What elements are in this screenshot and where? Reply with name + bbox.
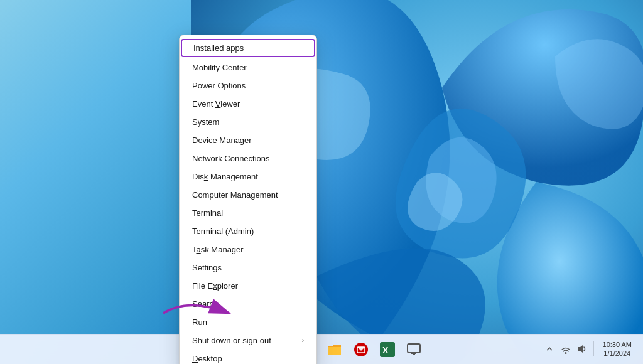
svg-marker-20 bbox=[578, 345, 583, 353]
mail-button[interactable] bbox=[349, 337, 374, 362]
network-tray-icon[interactable] bbox=[558, 341, 573, 356]
monitor-icon bbox=[406, 342, 421, 357]
excel-button[interactable]: X bbox=[375, 337, 400, 362]
menu-item-device-manager[interactable]: Device Manager bbox=[180, 131, 316, 149]
folder-icon bbox=[327, 343, 342, 356]
wifi-icon bbox=[561, 344, 571, 354]
menu-item-terminal[interactable]: Terminal bbox=[180, 204, 316, 222]
mail-icon bbox=[354, 342, 369, 357]
menu-item-file-explorer[interactable]: File Explorer bbox=[180, 277, 316, 295]
menu-item-terminal-admin[interactable]: Terminal (Admin) bbox=[180, 222, 316, 240]
menu-item-settings[interactable]: Settings bbox=[180, 259, 316, 277]
clock-time: 10:30 AM bbox=[603, 340, 632, 349]
taskbar-tray: 10:30 AM 1/1/2024 bbox=[542, 334, 637, 364]
menu-item-desktop[interactable]: Desktop bbox=[180, 350, 316, 364]
system-clock[interactable]: 10:30 AM 1/1/2024 bbox=[598, 340, 637, 358]
excel-icon: X bbox=[380, 342, 395, 357]
menu-item-network-connections[interactable]: Network Connections bbox=[180, 149, 316, 168]
clock-date: 1/1/2024 bbox=[603, 349, 632, 358]
menu-item-disk-management[interactable]: Disk Management bbox=[180, 168, 316, 186]
chevron-up-icon bbox=[546, 345, 553, 353]
menu-item-system[interactable]: System bbox=[180, 113, 316, 131]
tray-chevron[interactable] bbox=[542, 341, 557, 356]
file-explorer-button[interactable] bbox=[322, 337, 347, 362]
svg-text:X: X bbox=[382, 345, 389, 355]
submenu-arrow-icon: › bbox=[302, 337, 304, 344]
svg-rect-16 bbox=[408, 344, 420, 353]
menu-item-task-manager[interactable]: Task Manager bbox=[180, 240, 316, 259]
annotation-arrow bbox=[157, 294, 239, 329]
svg-point-19 bbox=[565, 352, 566, 354]
svg-rect-18 bbox=[413, 354, 415, 355]
monitor-button[interactable] bbox=[401, 337, 426, 362]
tray-divider bbox=[593, 341, 594, 356]
menu-item-installed-apps[interactable]: Installed apps bbox=[181, 39, 315, 57]
volume-icon bbox=[577, 344, 587, 354]
menu-item-power-options[interactable]: Power Options bbox=[180, 77, 316, 95]
svg-rect-17 bbox=[411, 353, 416, 354]
arrow-annotation bbox=[157, 294, 239, 331]
menu-item-mobility-center[interactable]: Mobility Center bbox=[180, 58, 316, 77]
menu-item-computer-management[interactable]: Computer Management bbox=[180, 186, 316, 204]
taskbar: X bbox=[0, 334, 643, 364]
menu-item-event-viewer[interactable]: Event Viewer bbox=[180, 95, 316, 113]
volume-tray-icon[interactable] bbox=[575, 341, 590, 356]
desktop: Installed apps Mobility Center Power Opt… bbox=[0, 0, 643, 364]
menu-item-shut-down[interactable]: Shut down or sign out › bbox=[180, 331, 316, 350]
